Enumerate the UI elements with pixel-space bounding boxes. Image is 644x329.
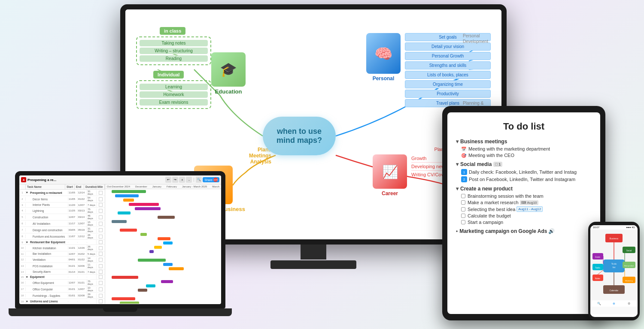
- col-num-header: [19, 184, 26, 189]
- row-milestone: [96, 234, 105, 239]
- milestone-checkbox[interactable]: [99, 275, 103, 279]
- gantt-logo: 4: [21, 177, 26, 182]
- milestone-checkbox[interactable]: [99, 287, 103, 291]
- gantt-row: 19 ▾ Uniforms and Linens: [19, 299, 105, 304]
- row-icon: [26, 217, 29, 217]
- row-end: 03/13: [77, 209, 87, 212]
- gantt-bar-row: [106, 275, 220, 279]
- row-end: 01/22: [77, 258, 87, 261]
- milestone-checkbox[interactable]: [99, 240, 103, 244]
- todo-item-campaign: Start a campaign: [461, 220, 592, 225]
- personal-item-6: Productivity: [405, 90, 491, 98]
- row-name: Equipment: [29, 275, 68, 279]
- milestone-checkbox[interactable]: [99, 246, 103, 250]
- inclass-item-1: Taking notes: [140, 40, 208, 46]
- milestone-checkbox[interactable]: [99, 299, 103, 303]
- row-start: 11/05: [68, 197, 77, 201]
- milestone-checkbox[interactable]: [99, 235, 103, 238]
- gantt-bar-row: [106, 301, 220, 304]
- chart-period-5: January - March 2025: [182, 185, 207, 188]
- row-milestone: [96, 264, 105, 269]
- todo-section-business-header: ▾ Business meetings: [456, 139, 592, 145]
- row-end: 01/22: [77, 197, 87, 201]
- row-dur: [87, 277, 96, 278]
- row-dur: 7 days: [87, 203, 96, 207]
- inclass-item-3: Reading: [140, 55, 208, 62]
- inclass-container: in class: [160, 27, 252, 35]
- redo-btn[interactable]: ↪: [172, 177, 178, 183]
- checkbox-selecting[interactable]: [461, 207, 465, 211]
- phone-signal: ●●● 4G: [626, 226, 635, 229]
- gantt-bar-row: [106, 198, 220, 202]
- row-icon: [26, 223, 29, 224]
- checkbox-brainstorming[interactable]: [461, 194, 465, 198]
- arrow-icon-3: ▾: [456, 186, 459, 192]
- checkbox-campaign[interactable]: [461, 220, 465, 224]
- personal-item-3: Strengths and skills: [405, 61, 491, 69]
- row-dur: 75 days: [87, 280, 96, 286]
- inclass-item-2: Writing – structuring: [140, 48, 208, 54]
- zoom-out-btn[interactable]: -: [186, 177, 192, 183]
- row-icon: [26, 289, 29, 290]
- todo-item-budget: Calculate the budget: [461, 213, 592, 218]
- gantt-bars-container: [105, 189, 221, 302]
- milestone-checkbox[interactable]: [99, 191, 103, 195]
- todo-section-marketing: • Marketing campaign on Google Ads 🔊: [456, 228, 592, 234]
- undo-btn[interactable]: ↩: [165, 177, 171, 183]
- svg-text:🔍: 🔍: [597, 302, 601, 305]
- row-start: [68, 242, 77, 243]
- checkbox-market[interactable]: [461, 200, 465, 205]
- milestone-checkbox[interactable]: [99, 228, 103, 232]
- gantt-row: 8 Furniture and Accessories 11/07 12/12 …: [19, 233, 105, 240]
- milestone-checkbox[interactable]: [99, 209, 103, 213]
- search-btn[interactable]: 🔍: [196, 177, 202, 183]
- milestone-checkbox[interactable]: [99, 264, 103, 268]
- row-milestone: [96, 257, 105, 262]
- row-num: 12: [19, 258, 26, 261]
- zoom-in-btn[interactable]: +: [179, 177, 185, 183]
- svg-text:New product: New product: [624, 265, 634, 267]
- row-icon: [26, 254, 29, 254]
- todo-section-marketing-header: • Marketing campaign on Google Ads 🔊: [456, 228, 592, 234]
- todo-section-business: ▾ Business meetings 📅 Meeting with the m…: [456, 139, 592, 158]
- todo-item-brainstorming: Brainstorming session with the team: [461, 193, 592, 199]
- row-start: 11/21: [68, 246, 77, 250]
- row-icon: [26, 282, 29, 283]
- todo-item-market-research: Make a market research ⌨ Aug10: [461, 200, 592, 205]
- milestone-checkbox[interactable]: [99, 270, 103, 274]
- row-milestone: [96, 202, 105, 207]
- gantt-bar: [149, 250, 154, 253]
- milestone-checkbox[interactable]: [99, 252, 103, 256]
- svg-text:Goals: Goals: [595, 256, 601, 258]
- milestone-checkbox[interactable]: [99, 215, 103, 219]
- row-dur: 26 days: [87, 245, 96, 251]
- row-end: [77, 277, 87, 278]
- individual-item-2: Homework: [140, 91, 208, 98]
- milestone-checkbox[interactable]: [99, 203, 103, 207]
- social-media-label: Social media: [460, 161, 492, 167]
- milestone-checkbox[interactable]: [99, 294, 103, 298]
- milestone-checkbox[interactable]: [99, 258, 103, 262]
- gantt-bar-row: [106, 263, 220, 266]
- row-icon: [26, 272, 29, 272]
- individual-label: Individual: [153, 71, 184, 78]
- milestone-checkbox[interactable]: [99, 197, 103, 201]
- row-icon: [26, 229, 29, 230]
- gantt-bar: [112, 220, 127, 223]
- gantt-bar-row: [106, 220, 220, 223]
- gantt-bar: [138, 259, 166, 262]
- milestone-checkbox[interactable]: [99, 222, 103, 226]
- row-name: Bar Installation: [29, 252, 68, 256]
- row-end: 01/21: [77, 270, 87, 274]
- row-start: 12/07: [68, 215, 77, 219]
- checkbox-budget[interactable]: [461, 214, 465, 218]
- phone: 16:07 ●●● 4G To do list Business: [588, 222, 640, 320]
- gantt-bar: [120, 229, 137, 232]
- row-dur: 15 days: [87, 220, 96, 226]
- milestone-checkbox[interactable]: [99, 281, 103, 285]
- personal-label: Personal: [366, 75, 401, 81]
- phone-status-bar: 16:07 ●●● 4G: [590, 225, 638, 229]
- row-name: Furniture and Accessories: [29, 235, 68, 238]
- education-emoji: 🎓: [211, 52, 246, 87]
- share-btn[interactable]: Share 100: [203, 177, 219, 182]
